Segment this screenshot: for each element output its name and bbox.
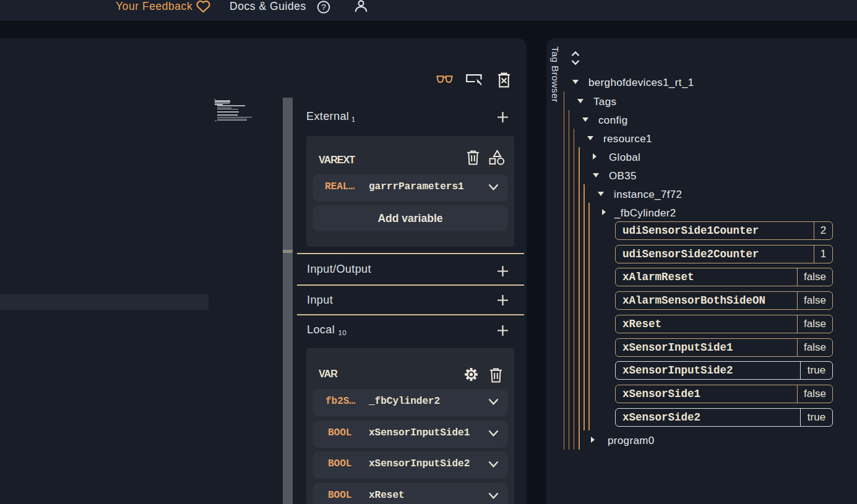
svg-text:?: ? bbox=[321, 2, 326, 12]
